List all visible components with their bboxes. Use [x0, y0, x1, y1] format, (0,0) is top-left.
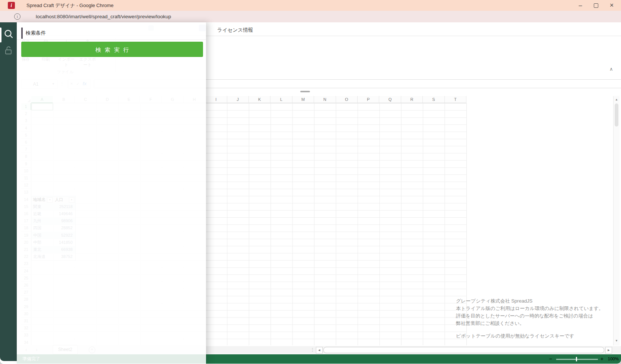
execute-search-button[interactable]: 検索実行 — [21, 42, 203, 57]
license-footer: ピボットテーブルの使用が無効なライセンスキーです — [456, 332, 603, 340]
url-text[interactable]: localhost:8080/imart/well/spread_craft/v… — [36, 11, 171, 22]
column-header-m[interactable]: M — [292, 96, 314, 103]
license-line-1: グレープシティ株式会社 SpreadJS — [456, 297, 603, 305]
ribbon-collapse-chevron[interactable]: ∧ — [609, 66, 613, 72]
maximize-icon — [594, 3, 598, 8]
column-header-s[interactable]: S — [423, 96, 444, 103]
side-navigation — [0, 22, 17, 361]
column-header-r[interactable]: R — [401, 96, 423, 103]
column-header-i[interactable]: I — [205, 96, 227, 103]
browser-window: i Spread Craft デザイナ - Google Chrome – × … — [0, 0, 621, 364]
active-item-indicator — [0, 28, 1, 42]
zoom-level: 100% — [608, 354, 619, 364]
sidebar-item-lock[interactable] — [4, 45, 13, 57]
titlebar: i Spread Craft デザイナ - Google Chrome – × — [0, 0, 621, 11]
tab-license-info[interactable]: ライセンス情報 — [217, 25, 253, 36]
url-bar: i localhost:8080/imart/well/spread_craft… — [0, 11, 621, 23]
minimize-button[interactable]: – — [573, 0, 588, 11]
zoom-in-icon[interactable]: + — [601, 354, 603, 364]
zoom-slider-track[interactable] — [556, 359, 598, 360]
license-watermark: グレープシティ株式会社 SpreadJS本トライアル版のご利用はローカル環境のみ… — [456, 297, 603, 340]
unlock-icon — [4, 45, 13, 55]
scroll-right-icon[interactable]: ▶ — [605, 347, 612, 354]
column-header-n[interactable]: N — [314, 96, 336, 103]
close-button[interactable]: × — [604, 0, 619, 11]
app-area: ライセンス情報 保存 印刷 インポート — [0, 22, 621, 364]
formula-bar-resize-handle[interactable] — [300, 91, 310, 92]
column-header-o[interactable]: O — [336, 96, 358, 103]
vertical-scroll-thumb[interactable] — [615, 103, 618, 127]
column-header-q[interactable]: Q — [379, 96, 401, 103]
column-header-t[interactable]: T — [445, 96, 466, 103]
panel-title-accent — [21, 28, 23, 39]
scroll-up-icon[interactable]: ▲ — [614, 97, 620, 103]
column-header-l[interactable]: L — [270, 96, 292, 103]
scroll-down-icon[interactable]: ▼ — [614, 338, 620, 344]
site-info-icon[interactable]: i — [14, 13, 20, 20]
scroll-left-icon[interactable]: ◀ — [316, 347, 323, 354]
vertical-scrollbar[interactable]: ▲ ▼ — [613, 96, 620, 345]
zoom-out-icon[interactable]: − — [549, 354, 552, 364]
splitter-handle-icon[interactable]: ⋮ — [310, 346, 315, 354]
window-title: Spread Craft デザイナ - Google Chrome — [26, 0, 114, 11]
panel-title: 検索条件 — [26, 28, 46, 39]
column-header-j[interactable]: J — [227, 96, 249, 103]
maximize-button[interactable] — [589, 0, 603, 11]
app-favicon: i — [8, 2, 15, 9]
search-panel: 検索条件 検索実行 — [17, 22, 206, 364]
license-line-2: 本トライアル版のご利用はローカル環境のみに制限されています。 — [456, 305, 603, 312]
column-header-k[interactable]: K — [249, 96, 270, 103]
panel-divider — [17, 39, 206, 40]
search-icon — [4, 29, 13, 39]
horizontal-scroll-thumb[interactable] — [323, 347, 604, 353]
column-header-p[interactable]: P — [358, 96, 379, 103]
zoom-slider-thumb[interactable] — [576, 357, 577, 361]
license-line-3: 評価を目的としたサーバーへの一時的な配布をご検討の場合は — [456, 312, 603, 320]
sidebar-item-search[interactable] — [4, 29, 13, 40]
license-line-4: 弊社営業部にご相談ください。 — [456, 320, 603, 327]
